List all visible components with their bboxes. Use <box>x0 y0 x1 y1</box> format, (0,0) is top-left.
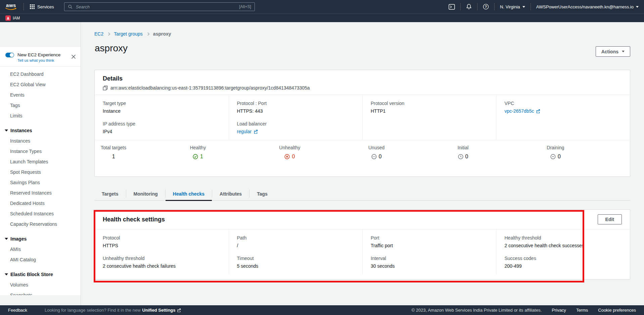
breadcrumb-target-groups[interactable]: Target groups <box>114 31 143 37</box>
triangle-down-icon <box>5 238 8 240</box>
favorite-iam[interactable]: IAM <box>5 15 20 21</box>
grid-icon <box>30 4 35 9</box>
sidebar-item-ami-catalog[interactable]: AMI Catalog <box>0 254 81 265</box>
field-value: HTTP1 <box>371 108 488 114</box>
account-menu[interactable]: AWSPowerUserAccess/navaneeth.kn@harness.… <box>531 0 644 13</box>
sidebar-item-ec2-global-view[interactable]: EC2 Global View <box>0 79 81 90</box>
field-label: Unhealthy threshold <box>103 256 221 261</box>
close-sidebar-button[interactable] <box>71 54 76 59</box>
cookie-preferences-link[interactable]: Cookie preferences <box>598 308 636 313</box>
sidebar-item-launch-templates[interactable]: Launch Templates <box>0 156 81 167</box>
tab-attributes[interactable]: Attributes <box>212 188 249 201</box>
triangle-down-icon <box>5 129 8 132</box>
sidebar-divider <box>81 22 81 305</box>
stat-label: Draining <box>547 145 564 150</box>
stat-count: 0 <box>379 154 382 160</box>
top-navigation-bar: aws Services [Alt+S] <box>0 0 644 13</box>
stat-unhealthy: Unhealthy 0 <box>273 140 362 165</box>
triangle-down-icon <box>5 273 8 275</box>
stat-label: Total targets <box>101 145 126 150</box>
chevron-down-icon <box>636 6 639 8</box>
stat-label: Unhealthy <box>279 145 300 150</box>
help-button[interactable]: ? <box>477 0 494 13</box>
search-input[interactable] <box>75 4 236 10</box>
tab-tags[interactable]: Tags <box>249 188 275 201</box>
tab-targets[interactable]: Targets <box>94 188 126 201</box>
sidebar-item-events[interactable]: Events <box>0 90 81 100</box>
banner-title: New EC2 Experience <box>17 52 60 57</box>
aws-logo[interactable]: aws <box>5 3 17 10</box>
terms-link[interactable]: Terms <box>576 308 588 313</box>
link-text: vpc-2657db5c <box>505 108 534 114</box>
sidebar-item-reserved-instances[interactable]: Reserved Instances <box>0 188 81 198</box>
sidebar-item-dedicated-hosts[interactable]: Dedicated Hosts <box>0 198 81 208</box>
sidebar-section-instances[interactable]: Instances <box>0 125 81 136</box>
field-load-balancer: Load balancer regular <box>237 121 355 134</box>
sidebar-item-spot-requests[interactable]: Spot Requests <box>0 167 81 177</box>
sidebar-item-tags[interactable]: Tags <box>0 100 81 110</box>
clock-icon <box>458 154 463 159</box>
field-value: HTTPS: 443 <box>237 108 355 114</box>
sidebar-item-volumes[interactable]: Volumes <box>0 279 81 290</box>
notifications-button[interactable] <box>461 0 477 13</box>
region-label: N. Virginia <box>500 4 520 9</box>
edit-button[interactable]: Edit <box>598 214 622 224</box>
region-selector[interactable]: N. Virginia <box>495 0 531 13</box>
unified-settings-link[interactable]: Unified Settings <box>142 308 181 313</box>
field-label: Protocol : Port <box>237 101 355 106</box>
copy-icon[interactable] <box>103 86 108 91</box>
sidebar-item-snapshots[interactable]: Snapshots <box>0 290 81 295</box>
actions-button[interactable]: Actions <box>596 46 630 57</box>
tab-health-checks[interactable]: Health checks <box>166 188 212 201</box>
link-text: regular <box>237 129 252 134</box>
stat-label: Unused <box>368 145 384 150</box>
field-interval: Interval 30 seconds <box>371 256 488 269</box>
cloudshell-button[interactable] <box>443 0 460 13</box>
privacy-link[interactable]: Privacy <box>552 308 566 313</box>
account-label: AWSPowerUserAccess/navaneeth.kn@harness.… <box>536 4 634 9</box>
cloudshell-terminal-icon <box>449 4 455 10</box>
health-check-settings-card: Health check settings Edit Protocol HTTP… <box>94 209 630 279</box>
sidebar-section-elastic-block-store[interactable]: Elastic Block Store <box>0 269 81 279</box>
load-balancer-link[interactable]: regular <box>237 129 258 134</box>
sidebar-item-instances[interactable]: Instances <box>0 136 81 146</box>
target-group-tabs: Targets Monitoring Health checks Attribu… <box>94 188 630 201</box>
field-value: Traffic port <box>371 243 488 248</box>
stat-draining: Draining 0 <box>541 140 630 165</box>
chevron-down-icon <box>622 51 625 52</box>
global-search[interactable]: [Alt+S] <box>64 2 255 11</box>
vpc-link[interactable]: vpc-2657db5c <box>505 108 541 114</box>
sidebar-section-images[interactable]: Images <box>0 234 81 244</box>
sidebar-item-amis[interactable]: AMIs <box>0 244 81 254</box>
favorite-iam-label: IAM <box>13 16 20 20</box>
field-value: 2 consecutive health check successes <box>505 243 622 248</box>
sidebar-item-ec2-dashboard[interactable]: EC2 Dashboard <box>0 69 81 79</box>
feedback-link[interactable]: Tell us what you think <box>17 58 75 62</box>
stat-label: Healthy <box>190 145 206 150</box>
copyright-text: © 2023, Amazon Web Services India Privat… <box>412 308 542 313</box>
external-link-icon <box>254 129 258 134</box>
sidebar-item-scheduled-instances[interactable]: Scheduled Instances <box>0 208 81 219</box>
sidebar-item-savings-plans[interactable]: Savings Plans <box>0 177 81 188</box>
sidebar-item-capacity-reservations[interactable]: Capacity Reservations <box>0 219 81 229</box>
field-path: Path / <box>237 235 355 248</box>
actions-label: Actions <box>601 49 618 54</box>
stat-healthy: Healthy 1 <box>184 140 273 165</box>
stat-total-targets: Total targets 1 <box>95 140 184 165</box>
field-label: VPC <box>505 101 622 106</box>
stat-count: 0 <box>292 154 295 160</box>
field-label: Load balancer <box>237 121 355 126</box>
field-label: Success codes <box>505 256 622 261</box>
section-title: Elastic Block Store <box>10 272 53 277</box>
feedback-button[interactable]: Feedback <box>8 308 27 313</box>
new-experience-toggle[interactable] <box>5 53 14 57</box>
breadcrumb-ec2[interactable]: EC2 <box>94 31 103 37</box>
chevron-down-icon <box>522 6 525 8</box>
sidebar-item-limits[interactable]: Limits <box>0 110 81 121</box>
field-label: Healthy threshold <box>505 235 622 241</box>
sidebar-item-instance-types[interactable]: Instance Types <box>0 146 81 156</box>
field-port: Port Traffic port <box>371 235 488 248</box>
services-menu-button[interactable]: Services <box>26 0 58 13</box>
stat-unused: Unused 0 <box>362 140 452 165</box>
tab-monitoring[interactable]: Monitoring <box>126 188 165 201</box>
